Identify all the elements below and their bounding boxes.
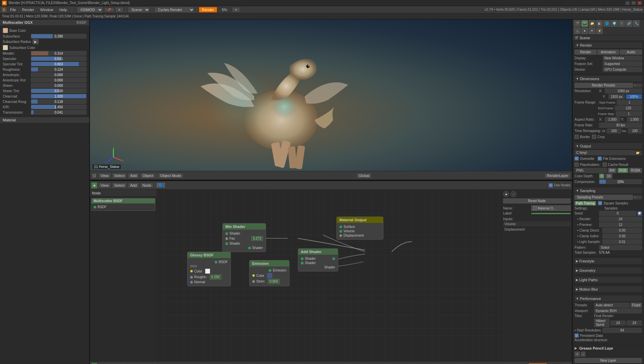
add-shader-node[interactable]: Add Shader Shader Shader Shader [298, 248, 338, 271]
clearcoat-rough-slider[interactable]: 0.118 [31, 99, 87, 104]
browse-path-btn[interactable]: 📂 [634, 150, 642, 155]
render-samples-value[interactable]: 24 [599, 217, 642, 222]
sampling-section-header[interactable]: ▼ Sampling [575, 188, 642, 194]
sampling-presets-add[interactable]: + [633, 195, 638, 199]
render-engine-select[interactable]: Cycles Render [154, 7, 195, 13]
overwrite-check[interactable]: ✓ [575, 157, 579, 161]
editor-close-btn[interactable]: × [115, 7, 123, 12]
use-nodes-check[interactable]: ✓ [549, 183, 553, 187]
emission-node[interactable]: Emission Emission Color [249, 260, 289, 286]
hilbert-value[interactable]: Hilbert Spiral [594, 318, 609, 327]
view-menu-btn[interactable]: View [98, 173, 111, 178]
roughness-value[interactable]: 0.292 [210, 275, 221, 280]
multiscatter-node[interactable]: Multiscatter BSDF BSDF [91, 198, 155, 211]
glossy-normal[interactable] [190, 281, 193, 284]
mat-surface-input[interactable] [339, 226, 342, 228]
glossy-color[interactable] [190, 270, 193, 272]
global-btn[interactable]: Global [356, 173, 372, 178]
resolution-y[interactable]: 1920 px [608, 94, 625, 99]
light-paths-section-header[interactable]: ▶ Light Paths [575, 277, 642, 283]
fac-value[interactable]: 0.273 [251, 236, 263, 241]
fixed-btn[interactable]: Fixed [631, 303, 642, 308]
placeholders-checkbox[interactable]: Placeholders [575, 163, 599, 167]
preview-samples-value[interactable]: 12 [599, 222, 642, 227]
min-shader-output[interactable] [248, 247, 251, 249]
emission-output[interactable] [269, 269, 271, 272]
persistent-data-check[interactable]: ✓ [575, 333, 579, 338]
scene-icon-btn[interactable]: 🎬 [574, 20, 581, 27]
depth-8-btn[interactable]: 8 [599, 174, 604, 179]
square-samples-row[interactable]: ✓ Square Samples [598, 201, 628, 205]
sheen-slider[interactable]: 0.000 [31, 83, 87, 88]
display-value[interactable]: New Window [603, 56, 642, 61]
material-icon-btn[interactable]: ● [581, 27, 588, 34]
output-path[interactable]: C:\tmp\ [575, 150, 634, 155]
view-layer-icon-btn[interactable]: ◧ [596, 20, 603, 27]
min-shader-node[interactable]: Min Shader Shader Fac 0.273 [222, 223, 266, 252]
render-icon-btn[interactable]: 📷 [581, 20, 588, 27]
editor-type-select-1[interactable]: XSIMOD [77, 7, 103, 13]
modifier-icon-btn[interactable]: 🔧 [633, 20, 640, 27]
clamp-direct-value[interactable]: 0.00 [602, 228, 642, 233]
resolution-pct[interactable]: 100% [626, 94, 642, 99]
mat-displacement-input[interactable] [339, 234, 342, 237]
tile-y[interactable]: 24 [627, 320, 642, 325]
motion-blur-section-header[interactable]: ▶ Motion Blur [575, 286, 642, 293]
dimensions-section-header[interactable]: ▼ Dimensions [575, 76, 642, 82]
resolution-x[interactable]: 1080 px [605, 88, 642, 94]
scene-select[interactable]: Scene [128, 7, 150, 13]
output-section-header[interactable]: ▼ Output [575, 143, 642, 149]
light-sampling-value[interactable]: 0.01 [602, 239, 642, 244]
node-add-btn[interactable]: Add [128, 183, 139, 188]
add-shader-output[interactable] [332, 257, 335, 260]
auto-detect-value[interactable]: Auto-detect [594, 303, 630, 308]
close-btn[interactable]: × [637, 1, 642, 5]
aspect-y[interactable]: 1.000 [627, 117, 642, 122]
physics-icon-btn[interactable]: ⚡ [596, 27, 603, 34]
subsurface-slider[interactable]: 0.390 [31, 34, 87, 39]
node-cycles-btn[interactable]: 🔵 [156, 182, 165, 188]
presets-add-btn[interactable]: + [633, 83, 638, 87]
clearcoat-slider[interactable]: 1.000 [31, 94, 87, 99]
help-menu[interactable]: Help [57, 7, 70, 12]
persistent-data-row[interactable]: ✓ Persistent Data [575, 333, 642, 338]
glossy-output[interactable] [215, 261, 217, 263]
specular-tint-slider[interactable]: 0.863 [31, 62, 87, 66]
placeholders-check[interactable] [575, 163, 579, 167]
grease-add-btn[interactable]: + [575, 352, 580, 357]
use-nodes-checkbox[interactable]: ✓ Use Nodes [549, 183, 571, 187]
sampling-presets-btn[interactable]: Sampling Presets [575, 195, 633, 200]
editor-pin-btn[interactable]: 📌 [104, 7, 114, 12]
transmission-slider[interactable]: 0.041 [31, 110, 87, 115]
node-canvas[interactable]: Min Shader Shader Fac 0.273 [157, 190, 501, 361]
node-select-btn[interactable]: Select [112, 183, 127, 188]
animation-btn[interactable]: Animation [597, 50, 620, 55]
glossy-roughness[interactable] [190, 276, 193, 279]
node-bottom-icon[interactable]: ◆ [91, 363, 97, 364]
viewport-type-icon[interactable] [91, 173, 97, 179]
file-ext-check[interactable]: ✓ [598, 157, 602, 161]
depth-16-btn[interactable]: 16 [605, 174, 612, 179]
window-controls[interactable]: _ □ × [625, 1, 642, 5]
min-shader-input-2[interactable] [225, 242, 228, 245]
cache-check[interactable] [603, 163, 607, 167]
node-name-value[interactable]: Material O... [531, 205, 571, 211]
format-value[interactable]: PNG [575, 168, 607, 173]
scene-prop-icon-btn[interactable]: 🌐 [603, 20, 610, 27]
minimize-btn[interactable]: _ [625, 1, 630, 5]
glossy-bsdf-node[interactable]: Glossy BSDF BSDF GGX Color [187, 252, 231, 286]
maximize-btn[interactable]: □ [631, 1, 636, 5]
start-frame[interactable]: 1 [617, 100, 642, 105]
metallic-slider[interactable]: 0.314 [31, 51, 87, 56]
file-menu[interactable]: File [7, 7, 19, 12]
render-presets-btn[interactable]: Render Presets [575, 83, 633, 88]
base-color-swatch[interactable] [3, 28, 8, 33]
geometry-section-header[interactable]: ▶ Geometry [575, 267, 642, 274]
add-shader-input-1[interactable] [301, 257, 304, 260]
anisotropic-rot-slider[interactable]: 0.000 [31, 78, 87, 82]
render-pct-input[interactable] [218, 7, 231, 12]
node-label-value[interactable] [531, 213, 571, 214]
pattern-value[interactable]: Sobol [599, 245, 642, 250]
compression-slider[interactable]: 15% [599, 179, 642, 184]
aspect-x[interactable]: 1.000 [605, 117, 620, 122]
